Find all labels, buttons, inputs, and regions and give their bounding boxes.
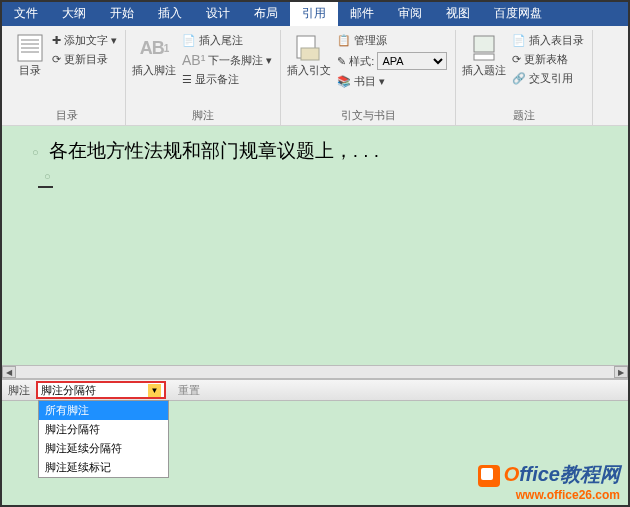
chevron-down-icon: ▾ — [266, 54, 272, 67]
group-toc-label: 目录 — [8, 108, 125, 123]
endnote-icon: 📄 — [182, 34, 196, 47]
text-cursor — [38, 186, 53, 188]
chevron-down-icon: ▾ — [379, 75, 385, 88]
document-area[interactable]: ○各在地方性法规和部门规章议题上，. . . ○ — [2, 126, 628, 365]
show-notes-button[interactable]: ☰显示备注 — [180, 71, 274, 88]
watermark-url: www.office26.com — [478, 488, 620, 502]
group-toc: 目录 ✚添加文字▾ ⟳更新目录 目录 — [8, 30, 126, 125]
menubar: 文件 大纲 开始 插入 设计 布局 引用 邮件 审阅 视图 百度网盘 — [2, 2, 628, 26]
menu-home[interactable]: 开始 — [98, 2, 146, 26]
menu-mail[interactable]: 邮件 — [338, 2, 386, 26]
dropdown-option-cont-notice[interactable]: 脚注延续标记 — [39, 458, 168, 477]
notes-icon: ☰ — [182, 73, 192, 86]
ab-small-icon: AB¹ — [182, 52, 205, 68]
horizontal-scrollbar[interactable]: ◀ ▶ — [2, 365, 628, 379]
group-footnotes: AB1 插入脚注 📄插入尾注 AB¹下一条脚注▾ ☰显示备注 脚注 — [126, 30, 281, 125]
scroll-left-button[interactable]: ◀ — [2, 366, 16, 378]
footnote-select-value: 脚注分隔符 — [41, 383, 96, 398]
update-toc-button[interactable]: ⟳更新目录 — [50, 51, 119, 68]
next-footnote-button[interactable]: AB¹下一条脚注▾ — [180, 51, 274, 69]
ab-icon: AB1 — [138, 34, 170, 62]
scroll-right-button[interactable]: ▶ — [614, 366, 628, 378]
ribbon: 目录 ✚添加文字▾ ⟳更新目录 目录 AB1 插入脚注 📄插入尾注 AB¹下一条… — [2, 26, 628, 126]
insert-footnote-label: 插入脚注 — [132, 64, 176, 76]
caption-icon — [468, 34, 500, 62]
footnote-pane-bar: 脚注 脚注分隔符 ▼ 重置 — [2, 379, 628, 401]
document-line: ○各在地方性法规和部门规章议题上，. . . — [32, 138, 598, 164]
insert-tof-button[interactable]: 📄插入表目录 — [510, 32, 586, 49]
svg-rect-7 — [474, 36, 494, 52]
group-citations: 插入引文 📋管理源 ✎ 样式: APA 📚书目▾ 引文与书目 — [281, 30, 456, 125]
cross-ref-icon: 🔗 — [512, 72, 526, 85]
style-dropdown[interactable]: ✎ 样式: APA — [335, 51, 449, 71]
footnote-type-select[interactable]: 脚注分隔符 ▼ — [36, 381, 166, 399]
menu-design[interactable]: 设计 — [194, 2, 242, 26]
svg-rect-6 — [301, 48, 319, 60]
insert-footnote-button[interactable]: AB1 插入脚注 — [132, 30, 176, 107]
toc-button[interactable]: 目录 — [14, 30, 46, 107]
footnote-pane-label: 脚注 — [2, 383, 36, 398]
menu-references[interactable]: 引用 — [290, 2, 338, 26]
style-select[interactable]: APA — [377, 52, 447, 70]
svg-rect-8 — [474, 54, 494, 60]
dropdown-option-separator[interactable]: 脚注分隔符 — [39, 420, 168, 439]
manage-icon: 📋 — [337, 34, 351, 47]
menu-insert[interactable]: 插入 — [146, 2, 194, 26]
update-table-icon: ⟳ — [512, 53, 521, 66]
dropdown-option-cont-separator[interactable]: 脚注延续分隔符 — [39, 439, 168, 458]
style-icon: ✎ — [337, 55, 346, 68]
group-captions: 插入题注 📄插入表目录 ⟳更新表格 🔗交叉引用 题注 — [456, 30, 593, 125]
chevron-down-icon[interactable]: ▼ — [148, 384, 161, 397]
menu-outline[interactable]: 大纲 — [50, 2, 98, 26]
cross-ref-button[interactable]: 🔗交叉引用 — [510, 70, 586, 87]
dropdown-option-all[interactable]: 所有脚注 — [39, 401, 168, 420]
bib-icon: 📚 — [337, 75, 351, 88]
footnote-dropdown-list: 所有脚注 脚注分隔符 脚注延续分隔符 脚注延续标记 — [38, 400, 169, 478]
bibliography-button[interactable]: 📚书目▾ — [335, 73, 449, 90]
menu-file[interactable]: 文件 — [2, 2, 50, 26]
office-logo-icon — [478, 465, 500, 487]
manage-sources-button[interactable]: 📋管理源 — [335, 32, 449, 49]
insert-citation-button[interactable]: 插入引文 — [287, 30, 331, 107]
add-text-button[interactable]: ✚添加文字▾ — [50, 32, 119, 49]
group-citations-label: 引文与书目 — [281, 108, 455, 123]
menu-layout[interactable]: 布局 — [242, 2, 290, 26]
menu-view[interactable]: 视图 — [434, 2, 482, 26]
toc-icon — [14, 34, 46, 62]
group-captions-label: 题注 — [456, 108, 592, 123]
menu-baidu[interactable]: 百度网盘 — [482, 2, 554, 26]
update-icon: ⟳ — [52, 53, 61, 66]
update-table-button[interactable]: ⟳更新表格 — [510, 51, 586, 68]
plus-icon: ✚ — [52, 34, 61, 47]
insert-endnote-button[interactable]: 📄插入尾注 — [180, 32, 274, 49]
insert-citation-label: 插入引文 — [287, 64, 331, 76]
menu-review[interactable]: 审阅 — [386, 2, 434, 26]
tof-icon: 📄 — [512, 34, 526, 47]
bullet-icon: ○ — [32, 146, 39, 158]
bullet-icon-2: ○ — [44, 170, 598, 182]
watermark: Office教程网 www.office26.com — [478, 461, 620, 502]
insert-caption-button[interactable]: 插入题注 — [462, 30, 506, 107]
chevron-down-icon: ▾ — [111, 34, 117, 47]
toc-label: 目录 — [19, 64, 41, 76]
insert-caption-label: 插入题注 — [462, 64, 506, 76]
citation-icon — [293, 34, 325, 62]
group-footnotes-label: 脚注 — [126, 108, 280, 123]
reset-button[interactable]: 重置 — [172, 383, 206, 398]
